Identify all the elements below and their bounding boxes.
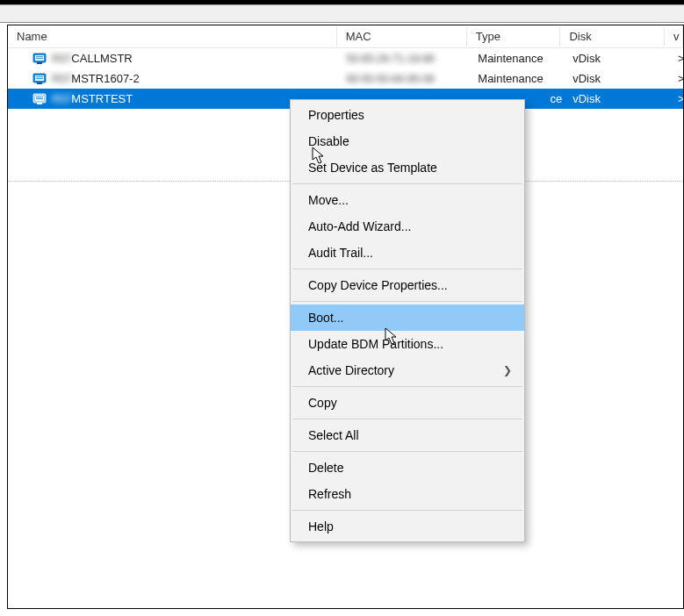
device-icon bbox=[32, 53, 47, 65]
svg-rect-7 bbox=[36, 76, 43, 77]
menu-separator bbox=[292, 183, 522, 184]
device-icon bbox=[32, 73, 47, 85]
device-name-obscured: R07MSTRTEST bbox=[52, 92, 133, 105]
menu-select-all[interactable]: Select All bbox=[291, 422, 524, 448]
device-disk: vDisk bbox=[567, 50, 673, 67]
svg-rect-13 bbox=[36, 98, 43, 99]
col-header-disk[interactable]: Disk bbox=[560, 26, 665, 47]
device-name-obscured: R07MSTR1607-2 bbox=[52, 72, 140, 85]
col-header-name[interactable]: Name bbox=[8, 26, 337, 47]
menu-disable[interactable]: Disable bbox=[291, 128, 524, 154]
menu-copy-props[interactable]: Copy Device Properties... bbox=[291, 272, 524, 298]
context-menu: Properties Disable Set Device as Templat… bbox=[290, 99, 525, 542]
menu-separator bbox=[292, 386, 522, 387]
svg-rect-8 bbox=[36, 78, 43, 79]
device-row[interactable]: R07MSTR1607-2 80-50-50-84-85-08 Maintena… bbox=[8, 68, 683, 89]
menu-separator bbox=[292, 510, 522, 511]
menu-help[interactable]: Help bbox=[291, 513, 524, 540]
svg-rect-3 bbox=[36, 58, 43, 59]
menu-auto-add[interactable]: Auto-Add Wizard... bbox=[291, 213, 524, 240]
svg-rect-4 bbox=[37, 62, 42, 64]
menu-separator bbox=[292, 419, 522, 419]
device-extra: > bbox=[673, 50, 683, 67]
menu-move[interactable]: Move... bbox=[291, 187, 524, 213]
svg-rect-9 bbox=[37, 82, 42, 84]
menu-delete[interactable]: Delete bbox=[291, 455, 524, 481]
col-header-type[interactable]: Type bbox=[467, 26, 561, 47]
menu-boot[interactable]: Boot... bbox=[291, 304, 524, 331]
device-name-obscured: R07CALLMSTR bbox=[52, 52, 133, 65]
menu-active-directory-label: Active Directory bbox=[308, 363, 394, 377]
mac-obscured: 80-50-50-84-85-08 bbox=[347, 72, 435, 85]
svg-rect-14 bbox=[37, 103, 42, 104]
menu-properties[interactable]: Properties bbox=[291, 102, 524, 128]
submenu-arrow-icon: ❯ bbox=[503, 364, 512, 376]
device-extra: > bbox=[673, 90, 683, 107]
device-disk: vDisk bbox=[567, 90, 673, 107]
menu-separator bbox=[292, 269, 522, 269]
menu-audit-trail[interactable]: Audit Trail... bbox=[291, 240, 524, 266]
svg-rect-12 bbox=[36, 97, 43, 97]
menu-update-bdm[interactable]: Update BDM Partitions... bbox=[291, 331, 524, 357]
menu-set-template[interactable]: Set Device as Template bbox=[291, 154, 524, 181]
mac-obscured: 50-65-26-71-19-88 bbox=[347, 52, 435, 65]
col-header-extra[interactable]: v bbox=[665, 26, 683, 47]
device-type: Maintenance bbox=[472, 70, 567, 87]
menu-refresh[interactable]: Refresh bbox=[291, 481, 524, 507]
svg-rect-2 bbox=[36, 56, 43, 57]
device-disk: vDisk bbox=[567, 70, 673, 87]
toolbar-area bbox=[0, 5, 684, 23]
device-row[interactable]: R07CALLMSTR 50-65-26-71-19-88 Maintenanc… bbox=[8, 48, 683, 68]
menu-separator bbox=[292, 451, 522, 452]
menu-separator bbox=[292, 301, 522, 302]
menu-active-directory[interactable]: Active Directory ❯ bbox=[291, 357, 524, 383]
device-extra: > bbox=[673, 70, 683, 87]
device-type: Maintenance bbox=[472, 50, 567, 67]
device-icon bbox=[32, 93, 47, 105]
col-header-mac[interactable]: MAC bbox=[337, 26, 467, 47]
column-header-row: Name MAC Type Disk v bbox=[8, 25, 683, 48]
menu-copy[interactable]: Copy bbox=[291, 390, 524, 416]
